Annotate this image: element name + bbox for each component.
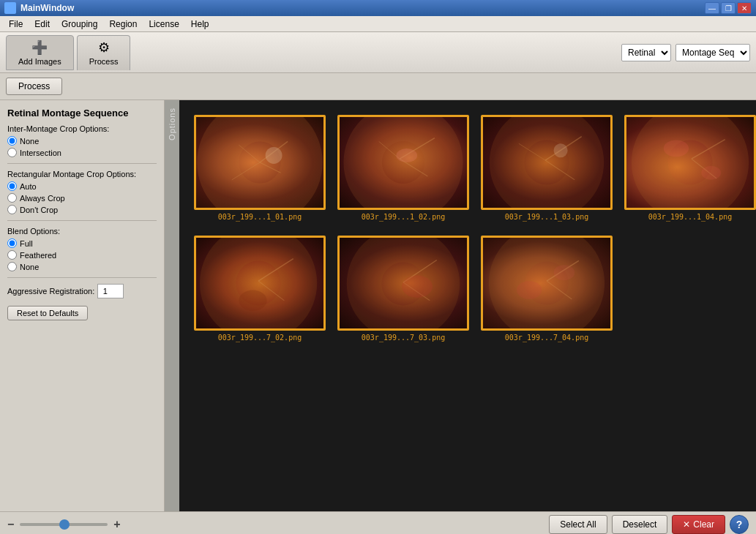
eye-image-6 — [340, 238, 467, 328]
retinal-dropdown[interactable]: Retinal — [621, 44, 671, 61]
deselect-button[interactable]: Deselect — [612, 515, 668, 534]
image-item-1[interactable]: 003r_199...1_01.png — [194, 115, 326, 221]
vessel-overlay-4 — [626, 117, 754, 208]
eye-image-2 — [340, 117, 467, 208]
svg-line-2 — [260, 162, 281, 173]
radio-auto-label: Auto — [20, 182, 37, 191]
vessel-overlay-1 — [196, 117, 323, 208]
minimize-button[interactable]: — — [705, 2, 719, 14]
reset-button[interactable]: Reset to Defaults — [7, 306, 88, 320]
radio-auto[interactable]: Auto — [7, 181, 157, 191]
image-item-3[interactable]: 003r_199...1_03.png — [481, 115, 613, 221]
vessel-overlay-7 — [483, 238, 610, 328]
radio-feathered[interactable]: Feathered — [7, 250, 157, 260]
window-title: MainWindow — [20, 3, 705, 13]
radio-none-input[interactable] — [7, 136, 17, 146]
help-button[interactable]: ? — [730, 515, 749, 534]
zoom-thumb[interactable] — [59, 519, 70, 530]
svg-point-20 — [701, 166, 721, 180]
add-images-icon: ➕ — [31, 40, 48, 56]
titlebar-buttons: — ❐ ✕ — [705, 2, 752, 14]
radio-dont-crop-input[interactable] — [7, 205, 17, 214]
aggressive-row: Aggressive Registration: — [7, 284, 157, 298]
image-label-5: 003r_199...7_02.png — [218, 334, 302, 342]
vessel-overlay-2 — [340, 117, 467, 208]
eye-image-5 — [196, 238, 323, 328]
svg-point-5 — [266, 147, 282, 164]
clear-button[interactable]: ✕ Clear — [672, 515, 725, 534]
menu-grouping[interactable]: Grouping — [56, 18, 103, 31]
radio-always-crop-input[interactable] — [7, 193, 17, 203]
image-frame-7[interactable] — [481, 236, 613, 331]
image-item-7[interactable]: 003r_199...7_04.png — [481, 236, 613, 342]
image-label-3: 003r_199...1_03.png — [505, 213, 588, 221]
radio-dont-crop-label: Don't Crop — [20, 206, 58, 214]
options-label: Options — [168, 108, 176, 140]
close-button[interactable]: ✕ — [737, 2, 752, 14]
toolbar-right: Retinal Montage Seq — [621, 44, 750, 61]
image-item-6[interactable]: 003r_199...7_03.png — [337, 236, 469, 342]
rect-crop-label: Rectangular Montage Crop Options: — [7, 170, 157, 178]
vessel-overlay-6 — [340, 238, 467, 328]
zoom-minus-button[interactable]: − — [7, 518, 14, 531]
radio-none-label: None — [20, 137, 39, 146]
image-frame-1[interactable] — [194, 115, 326, 210]
image-frame-4[interactable] — [624, 115, 756, 210]
aggressive-spinner[interactable] — [97, 284, 124, 298]
image-row-2: 003r_199...7_02.png 003r_199...7_03.png — [194, 236, 741, 342]
crop-options-label: Inter-Montage Crop Options: — [7, 124, 157, 133]
restore-button[interactable]: ❐ — [721, 2, 736, 14]
image-frame-3[interactable] — [481, 115, 613, 210]
image-label-1: 003r_199...1_01.png — [218, 213, 302, 221]
radio-intersection-input[interactable] — [7, 148, 17, 157]
panel-title: Retinal Montage Sequence — [7, 108, 157, 119]
bottom-bar: − + Select All Deselect ✕ Clear ? — [0, 511, 756, 534]
zoom-slider[interactable] — [20, 523, 108, 526]
menu-region[interactable]: Region — [103, 18, 143, 31]
menu-help[interactable]: Help — [185, 18, 215, 31]
svg-line-3 — [239, 145, 260, 162]
radio-full-input[interactable] — [7, 238, 17, 248]
image-label-4: 003r_199...1_04.png — [648, 213, 732, 221]
radio-auto-input[interactable] — [7, 181, 17, 191]
main-content: Retinal Montage Sequence Inter-Montage C… — [0, 100, 756, 511]
tab-add-images-label: Add Images — [18, 57, 61, 66]
tab-process[interactable]: ⚙ Process — [77, 35, 131, 70]
svg-point-24 — [239, 290, 266, 312]
eye-image-1 — [196, 117, 323, 208]
image-item-2[interactable]: 003r_199...1_02.png — [337, 115, 469, 221]
select-all-button[interactable]: Select All — [549, 515, 607, 534]
radio-always-crop[interactable]: Always Crop — [7, 193, 157, 203]
image-label-2: 003r_199...1_02.png — [362, 213, 445, 221]
zoom-plus-button[interactable]: + — [113, 518, 120, 531]
radio-intersection[interactable]: Intersection — [7, 148, 157, 157]
radio-dont-crop[interactable]: Don't Crop — [7, 205, 157, 214]
radio-full[interactable]: Full — [7, 238, 157, 248]
svg-point-33 — [554, 265, 575, 280]
image-item-5[interactable]: 003r_199...7_02.png — [194, 236, 326, 342]
radio-blend-none-input[interactable] — [7, 262, 17, 271]
image-item-4[interactable]: 003r_199...1_04.png — [624, 115, 756, 221]
tab-add-images[interactable]: ➕ Add Images — [6, 35, 74, 70]
radio-always-crop-label: Always Crop — [20, 194, 65, 203]
blend-label: Blend Options: — [7, 227, 157, 236]
menu-license[interactable]: License — [143, 18, 184, 31]
radio-blend-none[interactable]: None — [7, 262, 157, 271]
image-frame-5[interactable] — [194, 236, 326, 331]
radio-none[interactable]: None — [7, 136, 157, 146]
menu-edit[interactable]: Edit — [29, 18, 56, 31]
montage-dropdown[interactable]: Montage Seq — [675, 44, 750, 61]
radio-feathered-input[interactable] — [7, 250, 17, 260]
radio-full-label: Full — [20, 239, 33, 248]
left-panel: Retinal Montage Sequence Inter-Montage C… — [0, 100, 165, 511]
image-frame-2[interactable] — [337, 115, 469, 210]
menu-file[interactable]: File — [3, 18, 29, 31]
svg-point-6 — [363, 122, 444, 203]
process-button[interactable]: Process — [6, 78, 62, 95]
image-frame-6[interactable] — [337, 236, 469, 331]
menubar: File Edit Grouping Region License Help — [0, 16, 756, 32]
options-sidebar: Options — [165, 100, 179, 511]
eye-image-4 — [626, 117, 754, 208]
process-row: Process — [0, 73, 756, 100]
image-label-7: 003r_199...7_04.png — [505, 334, 588, 342]
